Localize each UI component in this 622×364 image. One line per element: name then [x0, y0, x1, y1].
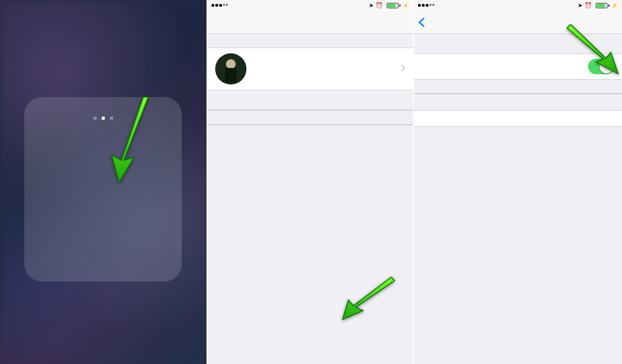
alarm-icon: ⏰ [585, 2, 592, 9]
battery-icon [596, 3, 609, 8]
charging-icon: ⚡ [611, 2, 618, 9]
svg-rect-2 [225, 68, 237, 83]
back-button[interactable] [418, 17, 426, 27]
signal-icon [418, 4, 434, 7]
alert-style-footer [414, 127, 622, 131]
lockscreen-footer [414, 94, 622, 98]
page-indicator[interactable] [36, 116, 170, 120]
location-icon: ➤ [369, 2, 374, 9]
nav-bar [207, 11, 413, 34]
allow-notifications-toggle[interactable] [588, 59, 614, 74]
annotation-arrow-notifications [339, 276, 397, 324]
signal-icon [211, 4, 228, 7]
twitter-notif-panel: ➤ ⏰ ⚡ [413, 0, 622, 364]
charging-icon: ⚡ [402, 2, 409, 9]
location-icon: ➤ [578, 2, 583, 9]
status-bar: ➤ ⏰ ⚡ [207, 0, 413, 11]
avatar [215, 53, 246, 84]
svg-point-1 [226, 59, 236, 69]
chevron-icon [401, 65, 405, 73]
battery-icon [387, 3, 400, 8]
alert-style-header [414, 98, 622, 110]
home-folder-panel [0, 0, 207, 364]
status-bar: ➤ ⏰ ⚡ [414, 0, 622, 11]
allow-notifications-row[interactable] [414, 54, 622, 79]
alarm-icon: ⏰ [376, 2, 383, 9]
settings-panel: ➤ ⏰ ⚡ [207, 0, 413, 364]
folder-box [24, 97, 182, 281]
profile-row[interactable] [207, 48, 413, 90]
nav-bar [414, 11, 622, 34]
